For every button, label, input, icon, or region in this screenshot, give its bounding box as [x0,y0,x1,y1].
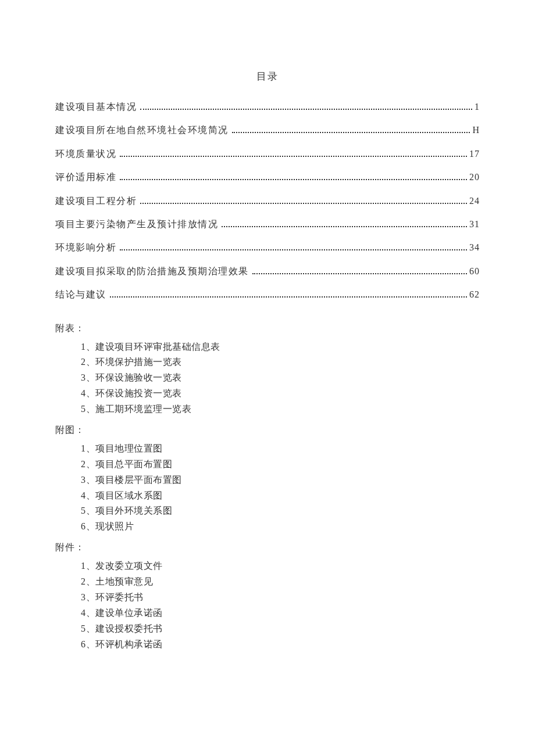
toc-item: 建设项目工程分析 24 [55,195,480,207]
section-heading: 附表： [55,323,480,335]
toc-dots [140,109,472,110]
list-item: 6、现状照片 [81,519,480,535]
toc-page: 31 [469,218,480,231]
toc-label: 建设项目基本情况 [55,101,137,113]
toc-item: 项目主要污染物产生及预计排放情况 31 [55,218,480,231]
toc-item: 评价适用标准 20 [55,171,480,184]
section-appendix-tables: 附表： 1、建设项目环评审批基础信息表 2、环境保护措施一览表 3、环保设施验收… [55,323,480,417]
toc-page: 17 [469,148,480,160]
toc-dots [140,203,467,204]
toc-dots [120,156,467,157]
toc-page: 24 [469,195,480,207]
toc-dots [110,296,468,298]
toc-label: 项目主要污染物产生及预计排放情况 [55,218,218,231]
section-heading: 附件： [55,542,480,554]
toc-list: 建设项目基本情况 1 建设项目所在地自然环境社会环境简况 H 环境质量状况 17… [55,101,480,302]
list-item: 3、项目楼层平面布置图 [81,472,480,488]
list-item: 4、环保设施投资一览表 [81,386,480,402]
toc-item: 环境影响分析 34 [55,241,480,254]
toc-item: 建设项目基本情况 1 [55,101,480,113]
list-item: 4、项目区域水系图 [81,488,480,504]
toc-item: 建设项目拟采取的防治措施及预期治理效果 60 [55,265,480,278]
toc-label: 环境影响分析 [55,241,116,254]
toc-item: 环境质量状况 17 [55,148,480,160]
list-item: 3、环保设施验收一览表 [81,370,480,386]
toc-item: 结论与建议 62 [55,288,480,301]
toc-page: 62 [469,288,480,301]
toc-dots [222,226,467,227]
section-items: 1、建设项目环评审批基础信息表 2、环境保护措施一览表 3、环保设施验收一览表 … [55,339,480,417]
toc-label: 建设项目工程分析 [55,195,137,207]
toc-label: 建设项目所在地自然环境社会环境简况 [55,124,229,137]
toc-label: 评价适用标准 [55,171,116,184]
list-item: 6、环评机构承诺函 [81,637,480,653]
list-item: 5、项目外环境关系图 [81,503,480,519]
list-item: 2、环境保护措施一览表 [81,354,480,370]
document-title: 目录 [55,70,480,83]
section-appendix-attachments: 附件： 1、发改委立项文件 2、土地预审意见 3、环评委托书 4、建设单位承诺函… [55,542,480,652]
list-item: 2、项目总平面布置图 [81,457,480,472]
toc-label: 结论与建议 [55,288,106,301]
list-item: 5、施工期环境监理一览表 [81,402,480,417]
toc-item: 建设项目所在地自然环境社会环境简况 H [55,124,480,137]
toc-page: 60 [469,265,480,278]
section-heading: 附图： [55,424,480,436]
toc-page: 20 [469,171,480,184]
toc-dots [120,249,467,250]
list-item: 4、建设单位承诺函 [81,605,480,621]
toc-label: 建设项目拟采取的防治措施及预期治理效果 [55,265,249,278]
list-item: 1、建设项目环评审批基础信息表 [81,339,480,355]
toc-dots [252,273,468,274]
list-item: 2、土地预审意见 [81,574,480,590]
toc-dots [120,179,467,180]
section-items: 1、发改委立项文件 2、土地预审意见 3、环评委托书 4、建设单位承诺函 5、建… [55,558,480,652]
list-item: 5、建设授权委托书 [81,621,480,637]
list-item: 1、发改委立项文件 [81,558,480,574]
list-item: 1、项目地理位置图 [81,441,480,457]
toc-label: 环境质量状况 [55,148,116,160]
toc-page: 1 [475,101,480,113]
toc-page: 34 [469,241,480,254]
toc-dots [232,132,470,133]
section-items: 1、项目地理位置图 2、项目总平面布置图 3、项目楼层平面布置图 4、项目区域水… [55,441,480,535]
list-item: 3、环评委托书 [81,590,480,605]
toc-page: H [472,124,480,137]
section-appendix-figures: 附图： 1、项目地理位置图 2、项目总平面布置图 3、项目楼层平面布置图 4、项… [55,424,480,535]
